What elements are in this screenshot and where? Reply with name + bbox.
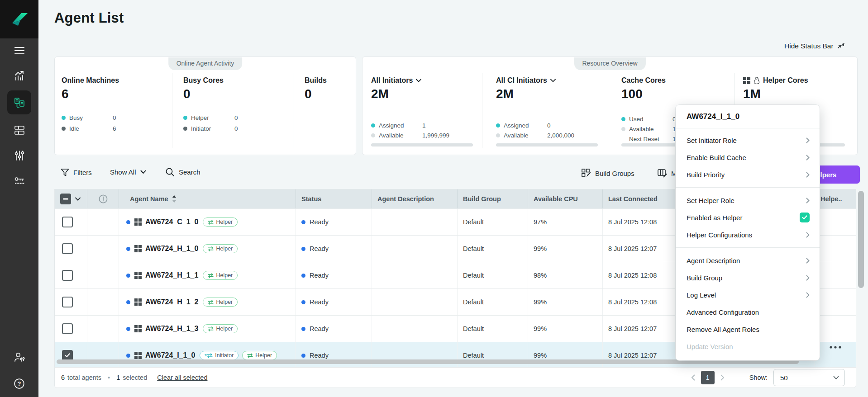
collapse-icon [837,43,845,50]
no-dot [621,137,625,141]
initiator-badge: Initiator [200,351,238,360]
menu-item-set-initiator-role[interactable]: Set Initiator Role [676,132,820,149]
clear-all-selected-link[interactable]: Clear all selected [157,374,207,381]
menu-item-enable-build-cache[interactable]: Enable Build Cache [676,149,820,166]
chevron-down-icon [550,79,556,82]
manage-button-partial[interactable]: M [657,168,677,178]
row-helpers-cell [815,289,856,315]
filter-funnel-icon [61,168,69,177]
chevron-right-icon [806,137,810,143]
row-checkbox[interactable] [62,297,73,307]
sidebar-item-build-groups[interactable] [0,119,38,141]
row-actions-button[interactable] [829,345,842,349]
windows-icon [134,352,142,359]
busy-dot [62,116,66,120]
menu-item-build-priority[interactable]: Build Priority [676,166,820,183]
menu-item-set-helper-role[interactable]: Set Helper Role [676,192,820,209]
row-name-cell: AW6724_C_1_0 Helper [119,209,296,235]
sidebar-menu-toggle[interactable] [0,40,38,61]
row-helpers-cell [815,262,856,288]
last-connected-text: 8 Jul 2025 12:07 [608,245,657,252]
menu-item-label: Advanced Configuration [687,308,759,316]
agent-online-dot [126,327,130,331]
menu-item-helper-configurations[interactable]: Helper Configurations [676,226,820,243]
stat-label: Busy Cores [183,76,224,85]
sidebar-item-monitor[interactable] [0,65,38,87]
sidebar-item-agents[interactable] [7,90,31,114]
header-label: Available CPU [534,195,578,203]
vertical-scrollbar[interactable] [858,191,864,288]
menu-item-log-level[interactable]: Log Level [676,286,820,303]
sidebar-item-help[interactable]: ? [0,373,38,394]
agent-online-dot [126,274,130,278]
show-all-dropdown[interactable]: Show All [110,168,146,176]
row-build-group-cell: Default [458,262,528,288]
row-checkbox[interactable] [62,243,73,254]
search-button[interactable]: Search [165,167,200,177]
legend-row: Initiator 0 [183,125,287,132]
swap-arrows-icon [247,353,253,358]
enabled-as-helper-checkbox[interactable] [800,213,810,222]
row-checkbox[interactable] [62,270,73,281]
sidebar-item-settings[interactable] [0,145,38,166]
chevron-down-icon[interactable] [75,197,81,201]
svg-text:?: ? [18,380,21,387]
stat-value: 0 [183,87,191,101]
menu-item-remove-all-agent-roles[interactable]: Remove All Agent Roles [676,321,820,338]
page-size-select[interactable]: 50 [773,369,845,386]
initiator-swap-icon [205,353,213,358]
show-all-label: Show All [110,168,136,176]
menu-item-enabled-as-helper[interactable]: Enabled as Helper [676,209,820,226]
windows-icon [134,245,142,252]
windows-icon [134,298,142,306]
hide-status-bar-button[interactable]: Hide Status Bar [784,42,845,50]
idle-dot [62,127,66,131]
legend-label: Assigned [504,122,529,129]
filters-button[interactable]: Filters [61,168,92,177]
row-build-group-cell: Default [458,342,528,369]
row-checkbox[interactable] [62,217,73,227]
build-group-text: Default [463,298,484,306]
app-logo[interactable] [0,0,38,38]
header-description: Agent Description [372,189,458,208]
build-groups-button[interactable]: Build Groups [581,168,634,178]
legend-label: Used [629,116,644,123]
stat-label-text: All Initiators [371,76,413,85]
stat-label-text: All CI Initiators [496,76,547,85]
header-select-cell [55,189,87,208]
header-label: Helpe.. [820,195,842,203]
row-warning-cell [87,262,119,288]
brand-logo-icon [10,10,29,28]
assigned-dot [496,123,500,128]
stat-label-text: Helper Cores [763,76,808,85]
sidebar-item-user-settings[interactable] [0,346,38,368]
menu-item-build-group[interactable]: Build Group [676,269,820,286]
check-icon [65,353,70,358]
select-all-checkbox[interactable] [60,194,71,204]
chevron-right-icon [806,292,810,298]
row-description-cell [372,289,458,315]
prev-page-icon[interactable] [691,374,695,381]
status-text: Ready [310,272,329,279]
sidebar-item-license[interactable] [0,170,38,192]
status-dot [301,354,305,358]
cpu-text: 99% [534,325,547,332]
row-checkbox[interactable] [62,323,73,334]
chevron-right-icon [806,198,810,203]
stat-value: 2M [371,87,389,101]
page-number-button[interactable]: 1 [701,371,715,384]
last-connected-text: 8 Jul 2025 12:08 [608,298,657,306]
available-dot [371,133,375,137]
total-label: total agents [67,374,101,381]
status-dot [301,274,305,278]
menu-item-advanced-configuration[interactable]: Advanced Configuration [676,303,820,321]
legend-value: 0 [234,125,238,132]
card-divider [482,73,482,148]
next-page-icon[interactable] [720,374,725,381]
all-ci-initiators-dropdown[interactable]: All CI Initiators [496,76,556,85]
all-initiators-dropdown[interactable]: All Initiators [371,76,421,85]
header-agent-name[interactable]: Agent Name [119,189,296,208]
progress-bar [496,143,598,147]
menu-item-agent-description[interactable]: Agent Description [676,252,820,269]
chevron-right-icon [806,258,810,264]
